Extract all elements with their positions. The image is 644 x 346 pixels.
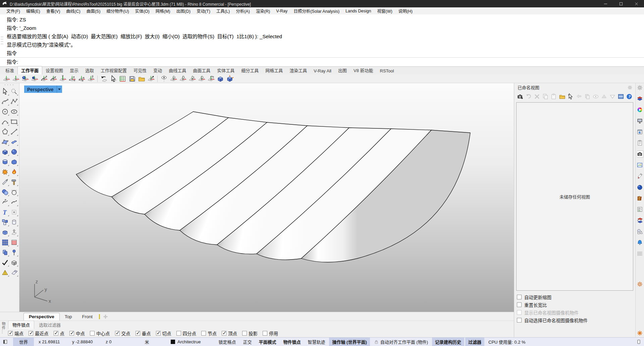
left-tool-button[interactable] <box>10 158 18 166</box>
left-tool-button[interactable] <box>10 248 18 257</box>
panel-tab[interactable] <box>637 140 643 146</box>
panel-tab[interactable] <box>637 281 643 287</box>
toolbar-button[interactable] <box>100 75 108 83</box>
window-control-button[interactable] <box>613 0 629 7</box>
named-views-option[interactable]: 显示已命名视图摄像机物件 <box>517 309 635 315</box>
toolbar-tab[interactable]: 可见性 <box>130 66 150 74</box>
osnap-panel-tab[interactable]: 物件锁点 <box>8 321 34 329</box>
osnap-checkbox[interactable]: 垂点 <box>136 330 151 337</box>
menu-item[interactable]: 工具(L) <box>213 8 233 14</box>
menu-item[interactable]: 曲面(S) <box>84 8 104 14</box>
viewport-tab[interactable]: Top <box>60 313 77 321</box>
panel-tab[interactable]: ? <box>637 129 643 135</box>
toolbar-button[interactable] <box>156 75 159 83</box>
toolbar-button[interactable] <box>188 75 197 83</box>
checkbox[interactable] <box>54 331 58 336</box>
left-tool-button[interactable] <box>1 148 9 156</box>
left-tool-button[interactable] <box>1 268 9 277</box>
toolbar-tab[interactable]: 细分工具 <box>238 66 262 74</box>
panel-tab[interactable] <box>637 173 643 179</box>
checkbox[interactable] <box>29 331 33 336</box>
menu-item[interactable]: 文件(F) <box>3 8 23 14</box>
left-tool-button[interactable] <box>1 198 9 207</box>
viewport-perspective[interactable]: Perspective z y x <box>19 83 514 312</box>
osnap-checkbox[interactable]: 中点 <box>69 330 85 337</box>
toolbar-button[interactable] <box>58 75 67 83</box>
left-tool-button[interactable] <box>1 87 9 96</box>
command-area[interactable]: 指令: ZS指令: '_Zoom框选要缩放的范围 ( 全部(A) 动态(D) 最… <box>0 14 644 67</box>
checkbox[interactable] <box>176 331 181 336</box>
osnap-checkbox[interactable]: 端点 <box>8 330 23 337</box>
checkbox[interactable] <box>517 318 522 323</box>
toolbar-button[interactable] <box>128 75 137 83</box>
toolbar-button[interactable] <box>169 75 178 83</box>
menu-item[interactable]: V-Ray <box>273 9 290 13</box>
toolbar-button[interactable] <box>68 75 76 83</box>
left-tool-button[interactable] <box>1 258 9 267</box>
toolbar-tab[interactable]: RSTool <box>377 68 397 74</box>
status-toggle[interactable]: 操作轴 (世界平面) <box>329 338 370 346</box>
toolbar-button[interactable] <box>197 75 206 83</box>
toolbar-tab[interactable]: 出图 <box>335 66 350 74</box>
new-viewport-tab-button[interactable] <box>103 314 108 320</box>
named-views-option[interactable]: 自动更新缩图 <box>517 294 635 300</box>
checkbox[interactable] <box>517 310 522 315</box>
named-views-option[interactable]: 重置长宽比 <box>517 301 635 308</box>
checkbox[interactable] <box>90 331 95 336</box>
menu-item[interactable]: 曲线(C) <box>63 8 83 14</box>
left-tool-button[interactable] <box>10 198 18 207</box>
left-tool-button[interactable] <box>1 238 9 247</box>
left-tool-button[interactable] <box>1 158 9 166</box>
menu-item[interactable]: 网格(M) <box>153 8 173 14</box>
menu-item[interactable]: 出图(D) <box>173 8 194 14</box>
status-toggle[interactable]: 物件锁点 <box>280 338 304 346</box>
checkbox[interactable] <box>517 295 522 299</box>
menu-item[interactable]: 渲染(R) <box>253 8 273 14</box>
status-toggle[interactable]: 锁定格点 <box>215 338 239 346</box>
left-tool-button[interactable] <box>10 258 18 267</box>
left-tool-button[interactable] <box>1 107 9 116</box>
toolbar-tab[interactable]: 曲面工具 <box>190 66 214 74</box>
left-tool-button[interactable] <box>10 228 18 237</box>
status-toggle[interactable]: 自动对齐工作平面 (物件) <box>371 338 431 346</box>
named-views-toolbar-button[interactable] <box>542 93 549 100</box>
window-control-button[interactable] <box>629 0 644 7</box>
named-views-toolbar-button[interactable] <box>618 93 624 100</box>
left-tool-button[interactable] <box>1 168 9 176</box>
left-tool-button[interactable] <box>10 87 18 96</box>
osnap-checkbox[interactable]: 中心点 <box>90 330 110 337</box>
menu-item[interactable]: 说明(H) <box>395 8 416 14</box>
named-views-toolbar-button[interactable] <box>592 93 599 100</box>
status-toggle[interactable]: 智慧轨迹 <box>305 338 328 346</box>
units-button[interactable]: 米 <box>132 339 162 345</box>
checkbox[interactable] <box>517 302 522 307</box>
named-views-toolbar-button[interactable] <box>525 93 532 100</box>
left-tool-button[interactable] <box>10 268 18 277</box>
toolbar-button[interactable] <box>40 75 48 83</box>
toolbar-button[interactable] <box>87 75 95 83</box>
left-tool-button[interactable] <box>10 117 18 126</box>
status-tray-icon[interactable] <box>636 339 641 344</box>
panel-tab[interactable] <box>637 195 643 201</box>
toolbar-tab[interactable]: 设置视图 <box>42 66 66 74</box>
toolbar-button[interactable] <box>11 75 20 83</box>
toolbar-tab[interactable]: 渲染工具 <box>286 66 310 74</box>
viewport-title-text[interactable]: Perspective <box>24 85 57 93</box>
panel-tab[interactable] <box>637 151 643 157</box>
left-toolbar-grip[interactable] <box>5 84 5 85</box>
panel-tab[interactable] <box>637 107 643 113</box>
toolbar-tab[interactable]: 曲线工具 <box>165 66 190 74</box>
left-tool-button[interactable] <box>1 188 9 196</box>
toolbar-button[interactable] <box>118 75 127 83</box>
named-views-toolbar-button[interactable] <box>567 93 574 100</box>
status-toggle[interactable]: 平面模式 <box>256 338 279 346</box>
left-tool-button[interactable] <box>1 218 9 227</box>
named-views-list[interactable]: 未储存任何视图 <box>516 102 633 291</box>
panel-tab[interactable] <box>637 118 643 124</box>
toolbar-button[interactable] <box>2 75 11 83</box>
left-tool-button[interactable] <box>10 168 18 176</box>
toolbar-button[interactable] <box>96 75 99 83</box>
checkbox[interactable] <box>69 331 74 336</box>
left-tool-button[interactable] <box>10 188 18 196</box>
osnap-checkbox[interactable]: 最近点 <box>29 330 49 337</box>
